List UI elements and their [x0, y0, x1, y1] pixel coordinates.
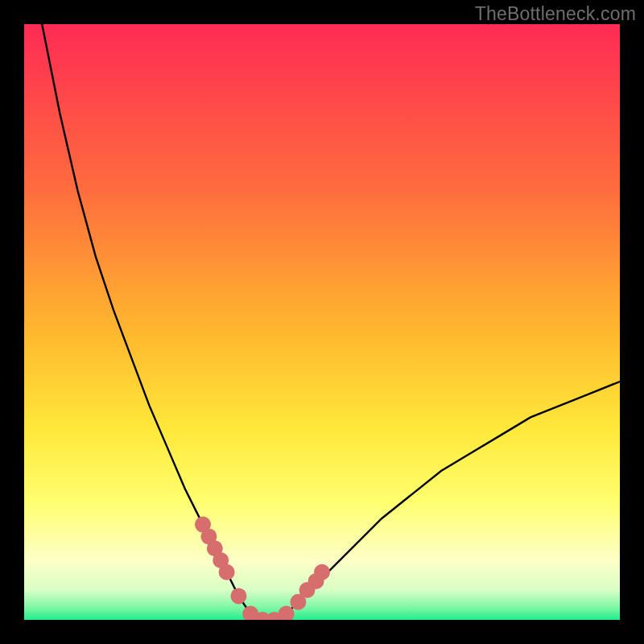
plot-area [24, 24, 620, 620]
marker-dot [314, 564, 330, 580]
chart-svg [24, 24, 620, 620]
marker-dot [219, 564, 235, 580]
marker-dot [230, 588, 246, 604]
gradient-background [24, 24, 620, 620]
watermark-text: TheBottleneck.com [475, 3, 636, 25]
chart-frame: TheBottleneck.com [0, 0, 644, 644]
